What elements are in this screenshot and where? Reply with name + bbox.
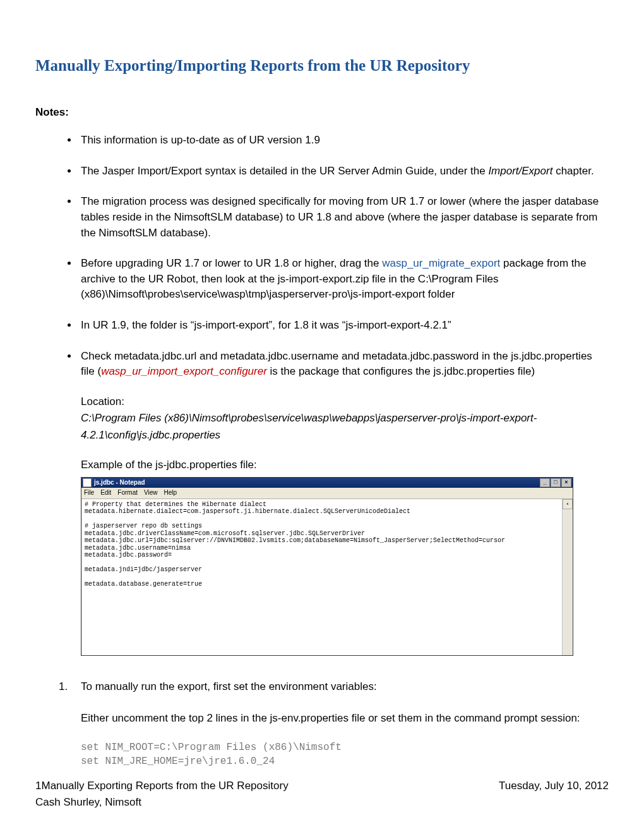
footer-row-1: 1Manually Exporting Reports from the UR … bbox=[35, 780, 609, 792]
menu-view[interactable]: View bbox=[144, 488, 158, 498]
footer-author: Cash Shurley, Nimsoft bbox=[35, 796, 609, 809]
footer-date: Tuesday, July 10, 2012 bbox=[499, 780, 609, 792]
notes-heading: Notes: bbox=[35, 106, 609, 119]
location-block: Location: C:\Program Files (x86)\Nimsoft… bbox=[81, 394, 609, 444]
page-title: Manually Exporting/Importing Reports fro… bbox=[35, 57, 609, 75]
notepad-app-icon bbox=[83, 478, 92, 487]
list-item: This information is up-to-date as of UR … bbox=[78, 133, 609, 148]
code-block: set NIM_ROOT=C:\Program Files (x86)\Nims… bbox=[35, 741, 609, 768]
package-name-link: wasp_ur_migrate_export bbox=[382, 257, 500, 269]
bullet-text: is the package that configures the js.jd… bbox=[267, 365, 535, 377]
window-buttons: _ □ × bbox=[540, 478, 571, 487]
bullet-emphasis: Import/Export bbox=[488, 165, 552, 177]
step-subtext: Either uncomment the top 2 lines in the … bbox=[35, 710, 609, 727]
example-label: Example of the js-jdbc.properties file: bbox=[81, 457, 609, 473]
document-page: Manually Exporting/Importing Reports fro… bbox=[0, 0, 644, 834]
bullet-text: This information is up-to-date as of UR … bbox=[81, 134, 320, 146]
minimize-button[interactable]: _ bbox=[540, 478, 550, 487]
list-item: Before upgrading UR 1.7 or lower to UR 1… bbox=[78, 256, 609, 303]
bullet-text: chapter. bbox=[552, 165, 593, 177]
page-footer: 1Manually Exporting Reports from the UR … bbox=[35, 780, 609, 809]
notepad-scrollbar[interactable]: ▴ bbox=[562, 499, 573, 656]
steps-list: To manually run the export, first set th… bbox=[35, 679, 609, 695]
footer-doc-title: Manually Exporting Reports from the UR R… bbox=[41, 780, 288, 792]
menu-edit[interactable]: Edit bbox=[100, 488, 111, 498]
bullet-text: Before upgrading UR 1.7 or lower to UR 1… bbox=[81, 257, 382, 269]
notes-list: This information is up-to-date as of UR … bbox=[35, 133, 609, 656]
location-label: Location: bbox=[81, 396, 124, 408]
list-item: In UR 1.9, the folder is “js-import-expo… bbox=[78, 318, 609, 334]
close-button[interactable]: × bbox=[561, 478, 571, 487]
step-item: To manually run the export, first set th… bbox=[71, 679, 609, 695]
list-item: The Jasper Import/Export syntax is detai… bbox=[78, 164, 609, 179]
bullet-text: In UR 1.9, the folder is “js-import-expo… bbox=[81, 319, 451, 331]
location-path: C:\Program Files (x86)\Nimsoft\probes\se… bbox=[81, 412, 537, 440]
maximize-button[interactable]: □ bbox=[551, 478, 561, 487]
notepad-body-wrap: # Property that determines the Hibernate… bbox=[81, 499, 573, 656]
notepad-title-text: js.jdbc - Notepad bbox=[94, 478, 145, 488]
step-text: To manually run the export, first set th… bbox=[81, 680, 377, 692]
scroll-up-button[interactable]: ▴ bbox=[563, 499, 573, 509]
notepad-titlebar: js.jdbc - Notepad _ □ × bbox=[81, 478, 573, 488]
notepad-menubar: File Edit Format View Help bbox=[81, 488, 573, 499]
bullet-text: The migration process was designed speci… bbox=[81, 195, 599, 238]
list-item: The migration process was designed speci… bbox=[78, 194, 609, 241]
list-item: Check metadata.jdbc.url and metadata.jdb… bbox=[78, 349, 609, 656]
notepad-window: js.jdbc - Notepad _ □ × File Edit Format… bbox=[81, 477, 573, 656]
package-name-red: wasp_ur_import_export_configurer bbox=[101, 365, 267, 377]
footer-left: 1Manually Exporting Reports from the UR … bbox=[35, 780, 289, 792]
notepad-text-area[interactable]: # Property that determines the Hibernate… bbox=[81, 499, 562, 656]
bullet-text: The Jasper Import/Export syntax is detai… bbox=[81, 165, 488, 177]
menu-help[interactable]: Help bbox=[164, 488, 177, 498]
menu-file[interactable]: File bbox=[84, 488, 94, 498]
menu-format[interactable]: Format bbox=[117, 488, 138, 498]
